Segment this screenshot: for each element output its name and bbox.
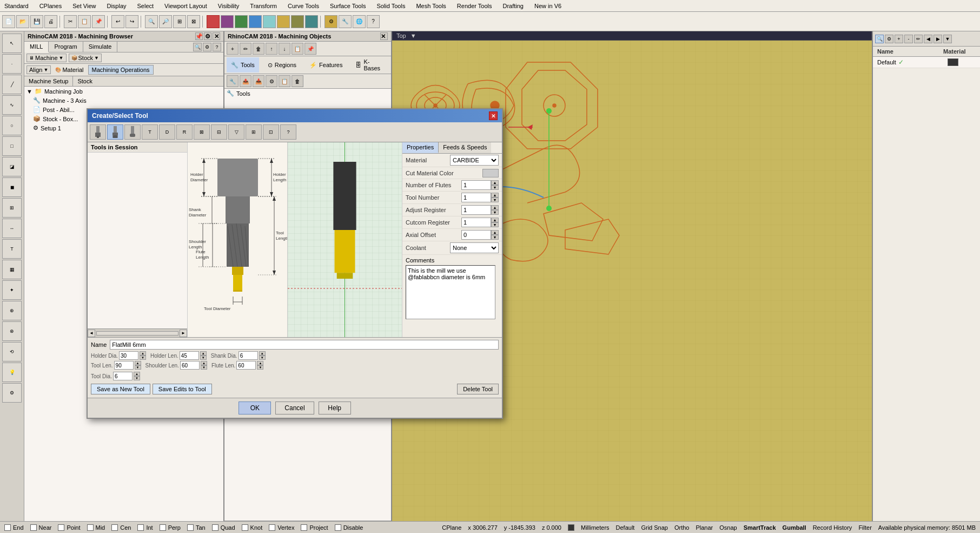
modal-name-section: Name Holder Dia. ▲ ▼ Holder Len. <box>88 337 502 398</box>
tool-len-up[interactable]: ▲ <box>135 361 141 365</box>
tool-type-reamer[interactable]: R <box>176 124 193 140</box>
coolant-label: Coolant <box>406 245 450 251</box>
holder-len-up[interactable]: ▲ <box>200 351 207 356</box>
toolnum-up[interactable]: ▲ <box>491 193 499 198</box>
num-flutes-label: Number of Flutes <box>406 182 461 188</box>
tool-len-input[interactable] <box>114 361 134 370</box>
tool-type-drill[interactable]: D <box>159 124 175 140</box>
properties-panel: Properties Feeds & Speeds Material CARBI… <box>402 142 502 337</box>
holder-len-input[interactable] <box>180 351 199 360</box>
cut-color-swatch[interactable] <box>482 169 499 177</box>
comments-textarea[interactable]: This is the mill we use @fablabbcn diame… <box>406 265 495 319</box>
holder-dia-down[interactable]: ▼ <box>140 356 146 360</box>
flute-len-down[interactable]: ▼ <box>257 365 263 370</box>
modal-close-button[interactable]: ✕ <box>489 111 498 120</box>
save-edits-tool-button[interactable]: Save Edits to Tool <box>153 384 212 394</box>
shoulder-len-group: Shoulder Len. ▲ ▼ <box>145 361 207 370</box>
cutcom-down[interactable]: ▼ <box>491 222 499 227</box>
tool-type-ball[interactable] <box>107 124 123 140</box>
shank-dia-up[interactable]: ▲ <box>259 351 266 356</box>
tool-type-custom[interactable]: ? <box>280 124 296 140</box>
adjust-register-row: Adjust Register ▲ ▼ <box>402 204 502 216</box>
shoulder-len-down[interactable]: ▼ <box>201 365 207 370</box>
shank-dia-down[interactable]: ▼ <box>259 356 266 360</box>
shank-dia-label: Shank Dia. <box>211 353 237 359</box>
flute-len-up[interactable]: ▲ <box>257 361 263 365</box>
svg-rect-20 <box>114 126 117 133</box>
svg-text:Length: Length <box>196 255 209 260</box>
material-row: Material CARBIDE <box>402 154 502 167</box>
tool-dia-down[interactable]: ▼ <box>134 376 140 380</box>
tool-dia-up[interactable]: ▲ <box>134 372 140 376</box>
feeds-speeds-tab[interactable]: Feeds & Speeds <box>439 142 491 153</box>
cancel-button[interactable]: Cancel <box>275 402 314 414</box>
help-button[interactable]: Help <box>319 402 351 414</box>
flute-len-label: Flute Len. <box>211 363 235 369</box>
adjust-down[interactable]: ▼ <box>491 210 499 215</box>
tool-dia-label: Tool Dia. <box>91 373 112 379</box>
delete-tool-button[interactable]: Delete Tool <box>457 384 499 394</box>
tools-session-panel: Tools in Session ◄ ► <box>88 142 188 337</box>
tool-type-bull[interactable] <box>124 124 141 140</box>
tools-session-list[interactable] <box>88 153 187 328</box>
session-scrollbar[interactable]: ◄ ► <box>88 328 187 337</box>
svg-rect-24 <box>130 134 135 137</box>
flutes-down[interactable]: ▼ <box>491 185 499 190</box>
tool-preview-panel[interactable] <box>288 142 402 337</box>
session-scroll-right[interactable]: ► <box>180 330 187 337</box>
svg-text:Tool Diameter: Tool Diameter <box>204 306 231 311</box>
svg-text:Length: Length <box>273 177 286 182</box>
axial-up[interactable]: ▲ <box>491 230 499 235</box>
tool-diagram-svg: Holder Diameter Holder Length Shank Di <box>188 142 288 337</box>
flutes-up[interactable]: ▲ <box>491 180 499 185</box>
save-new-tool-button[interactable]: Save as New Tool <box>91 384 150 394</box>
svg-text:Holder: Holder <box>273 172 286 177</box>
session-scrollbar-track[interactable] <box>96 331 178 335</box>
cutcom-up[interactable]: ▲ <box>491 218 499 222</box>
tool-type-bore[interactable]: ⊟ <box>211 124 227 140</box>
holder-dia-input[interactable] <box>119 351 138 360</box>
material-label: Material <box>406 157 450 163</box>
tool-number-input[interactable] <box>461 193 491 202</box>
flute-len-input[interactable] <box>236 361 256 370</box>
tool-dia-input[interactable] <box>113 372 133 380</box>
properties-tab[interactable]: Properties <box>402 142 439 153</box>
modal-footer: OK Cancel Help <box>88 398 502 418</box>
holder-dia-group: Holder Dia. ▲ ▼ <box>91 351 146 360</box>
toolnum-down[interactable]: ▼ <box>491 198 499 202</box>
adjust-up[interactable]: ▲ <box>491 205 499 210</box>
tool-type-countersink[interactable]: ▽ <box>228 124 244 140</box>
holder-len-label: Holder Len. <box>150 353 178 359</box>
svg-marker-59 <box>273 271 276 275</box>
tool-type-counterbore[interactable]: ⊞ <box>246 124 262 140</box>
tool-type-taper[interactable]: T <box>142 124 158 140</box>
axial-offset-input[interactable] <box>461 230 491 240</box>
coolant-select[interactable]: None <box>450 242 499 253</box>
axial-down[interactable]: ▼ <box>491 235 499 240</box>
holder-len-down[interactable]: ▼ <box>200 356 207 360</box>
shank-dia-group: Shank Dia. ▲ ▼ <box>211 351 266 360</box>
flute-len-group: Flute Len. ▲ ▼ <box>211 361 263 370</box>
shoulder-len-up[interactable]: ▲ <box>201 361 207 365</box>
material-select[interactable]: CARBIDE <box>450 155 499 166</box>
holder-dia-up[interactable]: ▲ <box>140 351 146 356</box>
svg-rect-35 <box>233 290 242 292</box>
cutcom-register-input[interactable] <box>461 218 491 227</box>
comments-section: Comments This is the mill we use @fablab… <box>402 255 502 323</box>
ok-button[interactable]: OK <box>239 402 271 414</box>
tool-type-tap[interactable]: ⊠ <box>194 124 210 140</box>
svg-rect-82 <box>337 273 353 279</box>
name-label: Name <box>91 341 107 348</box>
session-scroll-left[interactable]: ◄ <box>88 330 95 337</box>
tool-len-down[interactable]: ▼ <box>135 365 141 370</box>
tool-type-slot[interactable]: ⊡ <box>263 124 279 140</box>
num-flutes-input[interactable] <box>461 180 491 190</box>
shoulder-len-input[interactable] <box>180 361 200 370</box>
tool-type-flat[interactable] <box>90 124 106 140</box>
tool-name-input[interactable] <box>110 340 499 350</box>
adjust-register-input[interactable] <box>461 205 491 215</box>
svg-marker-39 <box>202 159 206 163</box>
cut-color-label: Cut Material Color <box>406 170 482 176</box>
shank-dia-input[interactable] <box>239 351 258 360</box>
svg-rect-33 <box>232 267 243 275</box>
